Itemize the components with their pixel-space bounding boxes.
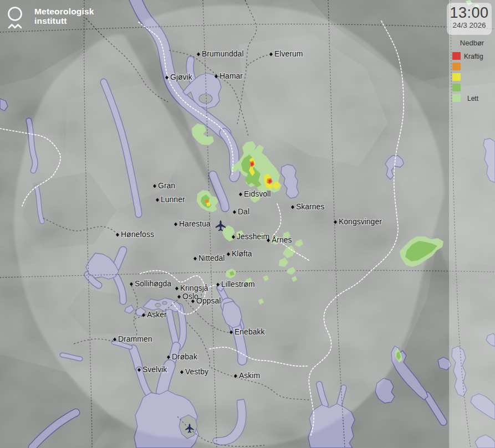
city-label: Elverum xyxy=(274,49,303,58)
legend-swatch xyxy=(452,73,461,81)
radar-screenshot: BrumunddalElverumGjøvikHamarGranLunnerEi… xyxy=(0,0,495,448)
city-marker-nittedal: Nittedal xyxy=(193,254,224,262)
city-marker-sollih-gda: Sollihøgda xyxy=(130,279,171,288)
city-label: Skarnes xyxy=(296,202,324,211)
city-marker-drammen: Drammen xyxy=(113,334,152,343)
city-marker-kongsvinger: Kongsvinger xyxy=(334,217,382,226)
radar-map: BrumunddalElverumGjøvikHamarGranLunnerEi… xyxy=(0,0,495,448)
city-marker-enebakk: Enebakk xyxy=(229,327,265,336)
legend-title: Nedbør xyxy=(449,39,495,47)
city-label: Eidsvoll xyxy=(244,189,271,198)
legend-label: Kraftig xyxy=(464,53,483,60)
met-logo-icon xyxy=(6,6,28,30)
met-logo-text: Meteorologisk institutt xyxy=(34,7,94,26)
city-label: Hamar xyxy=(220,71,243,80)
city-label: Årnes xyxy=(272,235,292,244)
city-marker-svelvik: Svelvik xyxy=(137,365,167,374)
city-label: Dal xyxy=(238,207,249,216)
city-label: Enebakk xyxy=(234,327,265,336)
city-label: Drammen xyxy=(118,334,152,343)
city-marker-kringsj-: Kringsjå xyxy=(175,284,208,292)
timestamp-box: 13:00 24/3 2026 xyxy=(447,3,492,35)
city-marker-dr-bak: Drøbak xyxy=(167,352,198,361)
legend-item xyxy=(449,61,495,72)
legend-label: Lett xyxy=(467,95,478,102)
city-marker-jessheim: Jessheim xyxy=(232,232,269,241)
legend-item xyxy=(449,72,495,83)
logo-line2: institutt xyxy=(34,16,94,25)
city-marker-lillestr-m: Lillestrøm xyxy=(216,280,255,289)
city-marker-skarnes: Skarnes xyxy=(291,202,324,211)
legend-swatch xyxy=(452,52,461,60)
legend-item: Kraftig xyxy=(449,51,495,61)
legend-swatch xyxy=(452,63,461,70)
legend-item xyxy=(449,83,495,93)
city-label: Lunner xyxy=(161,195,185,204)
city-label: Kongsvinger xyxy=(339,217,382,226)
city-label: Harestua xyxy=(179,219,211,228)
city-label: Jessheim xyxy=(237,232,269,241)
legend-swatch xyxy=(452,94,461,102)
city-marker-harestua: Harestua xyxy=(174,219,211,228)
legend-swatch xyxy=(452,84,461,91)
city-label: Vestby xyxy=(185,367,208,376)
time-label: 13:00 xyxy=(447,4,492,21)
city-label: Gjøvik xyxy=(170,73,193,81)
city-label: Sollihøgda xyxy=(135,279,171,288)
precipitation-legend: Nedbør KraftigLett xyxy=(449,39,495,104)
city-marker-h-nefoss: Hønefoss xyxy=(116,230,154,239)
city-label: Brumunddal xyxy=(202,49,244,58)
logo-line1: Meteorologisk xyxy=(34,7,94,16)
date-label: 24/3 2026 xyxy=(447,21,492,29)
city-marker-elverum: Elverum xyxy=(269,49,303,58)
city-label: Kløfta xyxy=(232,249,252,258)
city-label: Askim xyxy=(239,371,260,380)
city-label: Kringsjå xyxy=(180,284,208,292)
legend-item: Lett xyxy=(449,93,495,104)
city-label: Gran xyxy=(158,181,175,190)
city-label: Nittedal xyxy=(198,254,224,262)
city-marker-brumunddal: Brumunddal xyxy=(197,49,244,58)
city-label: Lillestrøm xyxy=(221,280,255,289)
city-marker-eidsvoll: Eidsvoll xyxy=(239,189,271,198)
city-label: Drøbak xyxy=(172,352,198,361)
city-label: Svelvik xyxy=(142,365,167,374)
met-logo: Meteorologisk institutt xyxy=(6,6,94,30)
city-label: Hønefoss xyxy=(121,230,154,239)
city-label: Asker xyxy=(147,310,167,319)
city-label: Oppsal xyxy=(196,296,221,305)
